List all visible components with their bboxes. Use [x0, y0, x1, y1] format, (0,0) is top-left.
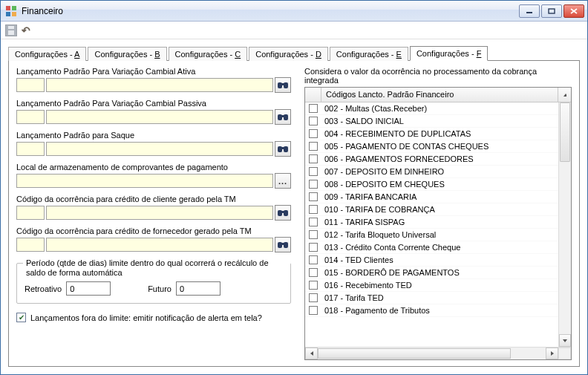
- undo-icon[interactable]: ↶: [22, 25, 30, 36]
- lookup-variacao-ativa[interactable]: [275, 77, 291, 93]
- scroll-right-button[interactable]: [546, 348, 558, 359]
- close-button[interactable]: [564, 4, 584, 18]
- grid-header-codigos[interactable]: Códigos Lancto. Padrão Financeiro: [321, 88, 558, 102]
- left-column: Lançamento Padrão Para Variação Cambial …: [16, 67, 291, 360]
- table-row[interactable]: 014 - TED Clientes: [305, 254, 558, 267]
- browse-local-armazenamento[interactable]: ...: [275, 173, 291, 189]
- code-variacao-ativa[interactable]: [16, 78, 45, 92]
- table-row[interactable]: 006 - PAGAMENTOS FORNECEDORES: [305, 153, 558, 166]
- scroll-down-button[interactable]: [559, 334, 571, 347]
- svg-rect-2: [6, 12, 10, 16]
- save-icon[interactable]: [5, 25, 17, 36]
- row-checkbox[interactable]: [305, 167, 321, 176]
- futuro-input[interactable]: [176, 281, 220, 296]
- desc-credito-cliente[interactable]: [46, 206, 273, 220]
- label-variacao-ativa: Lançamento Padrão Para Variação Cambial …: [16, 67, 291, 76]
- desc-saque[interactable]: [46, 142, 273, 156]
- grid-header-check[interactable]: [305, 88, 321, 102]
- table-row[interactable]: 003 - SALDO INICIAL: [305, 115, 558, 128]
- tab-config-c[interactable]: Configurações - C: [169, 47, 248, 61]
- maximize-button[interactable]: [541, 4, 562, 18]
- checkbox-icon: [309, 218, 318, 226]
- tab-config-e[interactable]: Configurações - E: [330, 47, 408, 61]
- row-checkbox[interactable]: [305, 255, 321, 264]
- table-row[interactable]: 017 - Tarifa TED: [305, 292, 558, 304]
- row-text: 005 - PAGAMENTO DE CONTAS CHEQUES: [321, 142, 558, 151]
- row-checkbox[interactable]: [305, 293, 321, 302]
- checkbox-icon: [309, 154, 318, 163]
- checkbox-icon: [309, 255, 318, 264]
- row-text: 013 - Crédito Conta Corrente Cheque: [321, 243, 558, 252]
- lookup-credito-cliente[interactable]: [275, 205, 291, 221]
- row-checkbox[interactable]: [305, 218, 321, 226]
- code-credito-fornecedor[interactable]: [16, 238, 45, 252]
- tab-pane-config-f: Lançamento Padrão Para Variação Cambial …: [8, 60, 580, 367]
- label-credito-fornecedor: Código da ocorrência para crédito de for…: [16, 226, 291, 235]
- svg-rect-4: [526, 12, 532, 13]
- row-checkbox[interactable]: [305, 154, 321, 163]
- row-checkbox[interactable]: [305, 205, 321, 214]
- tab-config-a[interactable]: Configurações - A: [8, 47, 86, 61]
- horizontal-scrollbar[interactable]: [305, 347, 571, 359]
- table-row[interactable]: 013 - Crédito Conta Corrente Cheque: [305, 241, 558, 254]
- table-row[interactable]: 008 - DEPOSITO EM CHEQUES: [305, 178, 558, 191]
- row-checkbox[interactable]: [305, 129, 321, 138]
- code-credito-cliente[interactable]: [16, 206, 45, 220]
- row-checkbox[interactable]: [305, 281, 321, 290]
- table-row[interactable]: 007 - DEPOSITO EM DINHEIRO: [305, 166, 558, 178]
- desc-variacao-ativa[interactable]: [46, 78, 273, 92]
- table-row[interactable]: 002 - Multas (Ctas.Receber): [305, 102, 558, 115]
- table-row[interactable]: 004 - RECEBIMENTO DE DUPLICATAS: [305, 128, 558, 140]
- row-checkbox[interactable]: [305, 180, 321, 189]
- table-row[interactable]: 009 - TARIFA BANCARIA: [305, 191, 558, 203]
- vertical-scrollbar[interactable]: [558, 102, 571, 347]
- tab-config-d[interactable]: Configurações - D: [249, 47, 328, 61]
- minimize-button[interactable]: [519, 4, 540, 18]
- row-checkbox[interactable]: [305, 142, 321, 151]
- table-row[interactable]: 018 - Pagamento de Tributos: [305, 304, 558, 317]
- table-row[interactable]: 011 - TARIFA SISPAG: [305, 216, 558, 229]
- row-checkbox[interactable]: [305, 268, 321, 277]
- scrollbar-corner: [558, 348, 571, 359]
- row-text: 007 - DEPOSITO EM DINHEIRO: [321, 167, 558, 176]
- table-row[interactable]: 012 - Tarifa Bloqueto Universal: [305, 229, 558, 241]
- row-text: 017 - Tarifa TED: [321, 293, 558, 302]
- lookup-saque[interactable]: [275, 141, 291, 157]
- horizontal-scroll-thumb[interactable]: [318, 348, 511, 359]
- row-checkbox[interactable]: [305, 306, 321, 315]
- row-text: 012 - Tarifa Bloqueto Universal: [321, 230, 558, 239]
- futuro-label: Futuro: [148, 284, 172, 293]
- grid-header-scroll-up[interactable]: [558, 88, 571, 102]
- svg-rect-0: [6, 6, 10, 10]
- titlebar[interactable]: Financeiro: [1, 1, 587, 22]
- table-row[interactable]: 016 - Recebimento TED: [305, 279, 558, 292]
- groupbox-periodo: Período (qtde de dias) limite dentro do …: [16, 263, 291, 304]
- tab-config-b[interactable]: Configurações - B: [88, 47, 166, 61]
- path-local-armazenamento[interactable]: [16, 174, 273, 188]
- vertical-scroll-thumb[interactable]: [560, 102, 570, 162]
- code-variacao-passiva[interactable]: [16, 110, 45, 124]
- row-checkbox[interactable]: [305, 192, 321, 201]
- code-saque[interactable]: [16, 142, 45, 156]
- tab-config-f[interactable]: Configurações - F: [410, 46, 488, 61]
- svg-rect-5: [549, 9, 555, 13]
- row-checkbox[interactable]: [305, 243, 321, 252]
- row-checkbox[interactable]: [305, 104, 321, 113]
- table-row[interactable]: 010 - TARIFA DE COBRANÇA: [305, 203, 558, 216]
- retroativo-input[interactable]: [66, 281, 111, 296]
- scroll-left-button[interactable]: [305, 348, 318, 359]
- table-row[interactable]: 015 - BORDERÔ DE PAGAMENTOS: [305, 267, 558, 279]
- row-checkbox[interactable]: [305, 117, 321, 125]
- lookup-credito-fornecedor[interactable]: [275, 237, 291, 252]
- checkbox-notificacao-alerta[interactable]: ✔: [16, 313, 26, 322]
- desc-credito-fornecedor[interactable]: [46, 238, 273, 252]
- row-text: 010 - TARIFA DE COBRANÇA: [321, 205, 558, 214]
- groupbox-legend: Período (qtde de dias) limite dentro do …: [23, 258, 290, 278]
- table-row[interactable]: 005 - PAGAMENTO DE CONTAS CHEQUES: [305, 140, 558, 153]
- desc-variacao-passiva[interactable]: [46, 110, 273, 124]
- row-text: 002 - Multas (Ctas.Receber): [321, 104, 558, 113]
- lookup-variacao-passiva[interactable]: [275, 109, 291, 125]
- window-frame: Financeiro ↶ Configurações - AConfiguraç…: [0, 0, 588, 375]
- row-checkbox[interactable]: [305, 230, 321, 239]
- checkbox-icon: [309, 230, 318, 239]
